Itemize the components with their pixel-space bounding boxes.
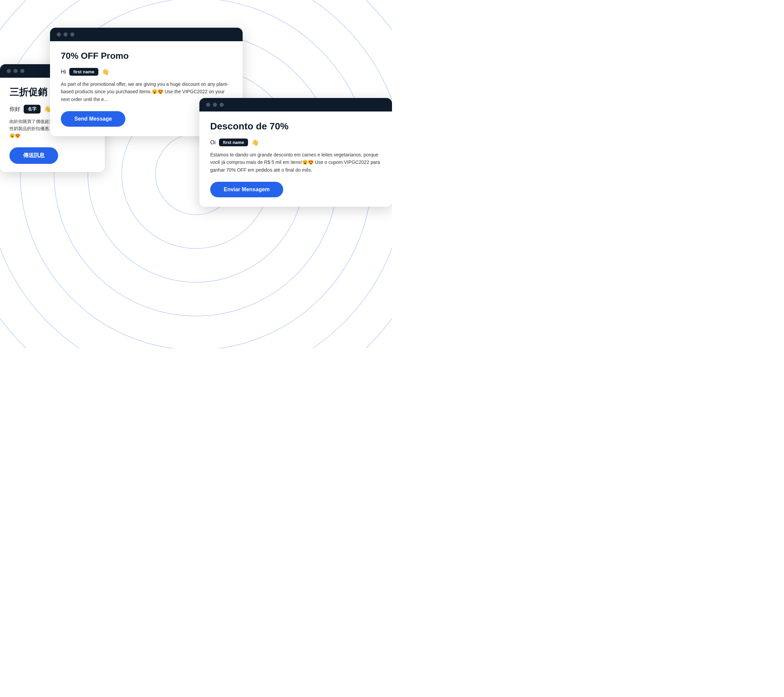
card-pt-greeting-emoji: 👋 xyxy=(251,139,259,146)
titlebar-pt-dot-2 xyxy=(213,103,217,107)
titlebar-en-dot-3 xyxy=(70,33,74,36)
card-en-greeting: Hi first name 👋 xyxy=(61,68,232,76)
titlebar-pt-dot-1 xyxy=(206,103,210,107)
titlebar-en-dot-2 xyxy=(64,33,68,36)
card-portuguese: Desconto de 70% Oi first name 👋 Estamos … xyxy=(199,98,392,207)
card-en-send-button[interactable]: Send Message xyxy=(61,111,125,127)
titlebar-en xyxy=(50,28,243,41)
card-zh-name-badge: 名字 xyxy=(24,105,41,113)
titlebar-dot-2 xyxy=(13,69,18,73)
card-pt-send-button[interactable]: Enviar Mensagem xyxy=(210,182,283,197)
titlebar-pt xyxy=(199,98,392,112)
card-en-title: 70% OFF Promo xyxy=(61,51,232,61)
card-en-greeting-prefix: Hi xyxy=(61,69,66,75)
card-pt-title: Desconto de 70% xyxy=(210,121,381,132)
card-zh-greeting-prefix: 你好 xyxy=(10,106,20,113)
card-zh-send-button[interactable]: 傳送訊息 xyxy=(10,147,58,164)
card-en-greeting-emoji: 👋 xyxy=(102,68,109,76)
card-en-name-badge: first name xyxy=(69,68,98,76)
card-pt-body: Estamos te dando um grande desconto em c… xyxy=(210,151,381,174)
titlebar-dot-1 xyxy=(7,69,11,73)
card-pt-name-badge: first name xyxy=(219,138,248,146)
titlebar-pt-dot-3 xyxy=(220,103,224,107)
card-pt-greeting-prefix: Oi xyxy=(210,140,216,146)
titlebar-dot-3 xyxy=(20,69,24,73)
titlebar-en-dot-1 xyxy=(57,33,61,36)
card-pt-greeting: Oi first name 👋 xyxy=(210,138,381,146)
